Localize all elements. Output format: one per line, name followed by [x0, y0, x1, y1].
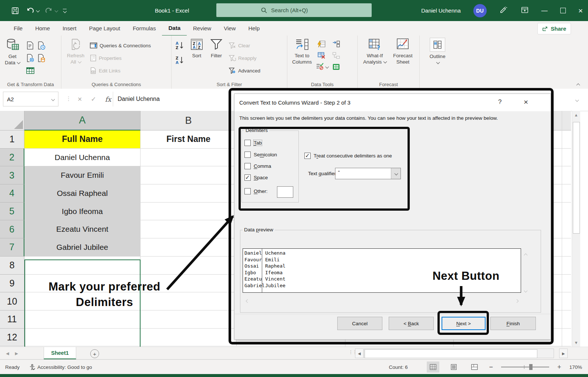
refresh-all-button[interactable]: RefreshAll	[65, 37, 86, 78]
finish-button[interactable]: Finish	[490, 317, 536, 330]
recent-sources-icon[interactable]	[36, 40, 47, 51]
outline-button[interactable]: Outline	[428, 37, 447, 78]
get-data-button[interactable]: GetData	[3, 37, 22, 78]
formula-bar-handle[interactable]: ⋮	[66, 95, 71, 102]
row-header-9[interactable]: 9	[0, 275, 24, 293]
cell-a7[interactable]: Gabriel Jubilee	[24, 238, 141, 257]
filter-button[interactable]: Filter	[208, 37, 225, 78]
zoom-in-button[interactable]: +	[557, 363, 561, 371]
remove-duplicates-icon[interactable]	[316, 51, 327, 60]
row-header-11[interactable]: 11	[0, 310, 24, 329]
cell-b11[interactable]	[141, 310, 237, 329]
avatar[interactable]: DU	[473, 4, 487, 17]
vertical-scrollbar[interactable]: ▲ ▼	[572, 111, 580, 347]
from-database-icon[interactable]	[36, 52, 47, 64]
row-header-7[interactable]: 7	[0, 238, 24, 257]
select-all-corner[interactable]	[0, 111, 24, 130]
zoom-level[interactable]: 170%	[569, 364, 582, 370]
zoom-slider[interactable]	[501, 367, 549, 367]
cell-a8[interactable]	[24, 257, 141, 275]
row-header-4[interactable]: 4	[0, 184, 24, 203]
new-sheet-button[interactable]: +	[90, 349, 99, 358]
column-header-b[interactable]: B	[141, 111, 237, 130]
cell-b4[interactable]	[141, 184, 237, 203]
tab-page-layout[interactable]: Page Layout	[83, 21, 126, 35]
properties-button[interactable]: Properties	[90, 52, 151, 64]
row-header-3[interactable]: 3	[0, 166, 24, 184]
redo-button[interactable]	[44, 6, 58, 15]
horizontal-scrollbar[interactable]	[364, 349, 554, 358]
flash-fill-icon[interactable]	[316, 40, 327, 48]
cell-b6[interactable]	[141, 220, 237, 238]
preview-scroll-down-icon[interactable]	[524, 288, 527, 294]
normal-view-button[interactable]	[427, 361, 439, 373]
row-header-10[interactable]: 10	[0, 292, 24, 310]
from-text-csv-icon[interactable]	[25, 40, 36, 51]
cell-b1[interactable]: First Name	[141, 130, 237, 149]
from-web-icon[interactable]	[25, 52, 36, 64]
customize-quick-access-icon[interactable]	[63, 9, 67, 13]
text-to-columns-button[interactable]: Text toColumns	[290, 37, 314, 78]
next-sheet-icon[interactable]: ▶	[15, 351, 18, 356]
enter-entry-icon[interactable]: ✓	[91, 95, 96, 103]
data-validation-button[interactable]	[316, 63, 328, 70]
dialog-close-button[interactable]: ×	[524, 98, 528, 106]
share-button[interactable]: Share	[537, 23, 571, 34]
what-if-analysis-button[interactable]: ? What-IfAnalysis	[361, 37, 388, 78]
name-box[interactable]: A2	[3, 92, 58, 106]
minimize-button[interactable]: —	[541, 7, 548, 14]
row-header-5[interactable]: 5	[0, 203, 24, 221]
scroll-left-icon[interactable]: ◀	[355, 349, 364, 358]
page-layout-view-button[interactable]	[447, 361, 460, 373]
scroll-right-icon[interactable]: ▶	[559, 349, 568, 358]
tab-help[interactable]: Help	[242, 21, 266, 35]
cell-b3[interactable]	[141, 166, 237, 184]
preview-scroll-left-icon[interactable]	[246, 298, 249, 305]
sort-ascending-icon[interactable]: AZ	[175, 40, 186, 51]
ribbon-display-options-icon[interactable]	[521, 6, 529, 16]
preview-scroll-up-icon[interactable]	[524, 251, 527, 257]
tab-home[interactable]: Home	[29, 21, 56, 35]
coming-soon-icon[interactable]	[499, 6, 508, 16]
user-name[interactable]: Daniel Uchenna	[421, 7, 461, 14]
tab-view[interactable]: View	[217, 21, 242, 35]
consolidate-icon[interactable]	[331, 40, 342, 48]
row-header-1[interactable]: 1	[0, 130, 24, 149]
collapse-ribbon-icon[interactable]	[576, 81, 579, 87]
insert-function-icon[interactable]: fx	[105, 95, 111, 103]
close-button[interactable]: ×	[578, 6, 583, 15]
sheet-tab-sheet1[interactable]: Sheet1	[44, 347, 76, 359]
clear-filter-button[interactable]: Clear	[229, 39, 260, 52]
search-input[interactable]: Search (Alt+Q)	[216, 3, 372, 17]
tab-review[interactable]: Review	[187, 21, 217, 35]
tab-file[interactable]: File	[7, 21, 29, 35]
prev-sheet-icon[interactable]: ◀	[6, 351, 9, 356]
row-header-2[interactable]: 2	[0, 149, 24, 167]
advanced-filter-button[interactable]: Advanced	[229, 64, 260, 77]
row-header-6[interactable]: 6	[0, 220, 24, 238]
relationships-icon[interactable]	[331, 51, 342, 60]
save-icon[interactable]	[10, 5, 21, 16]
preview-scroll-right-icon[interactable]	[515, 298, 518, 305]
cell-b8[interactable]	[141, 257, 237, 275]
dialog-help-button[interactable]: ?	[498, 98, 501, 106]
queries-connections-button[interactable]: Queries & Connections	[90, 39, 151, 52]
cell-b12[interactable]	[141, 329, 237, 347]
from-table-range-icon[interactable]	[25, 65, 36, 76]
cell-a4[interactable]: Ossai Rapheal	[24, 184, 141, 203]
row-header-8[interactable]: 8	[0, 257, 24, 275]
cell-a5[interactable]: Igbo Ifeoma	[24, 203, 141, 221]
sort-descending-icon[interactable]: ZA	[175, 55, 186, 66]
cell-a6[interactable]: Ezeatu Vincent	[24, 220, 141, 238]
cell-a3[interactable]: Favour Emili	[24, 166, 141, 184]
forecast-sheet-button[interactable]: ForecastSheet	[391, 37, 415, 78]
page-break-preview-button[interactable]	[468, 361, 481, 373]
cell-a12[interactable]	[24, 329, 141, 347]
cell-a2[interactable]: Daniel Uchenna	[24, 149, 141, 167]
cancel-button[interactable]: Cancel	[337, 317, 382, 330]
tab-formulas[interactable]: Formulas	[126, 21, 162, 35]
column-header-a[interactable]: A	[24, 111, 141, 130]
maximize-button[interactable]	[560, 8, 566, 13]
tab-insert[interactable]: Insert	[56, 21, 83, 35]
back-button[interactable]: < Back	[389, 317, 434, 330]
